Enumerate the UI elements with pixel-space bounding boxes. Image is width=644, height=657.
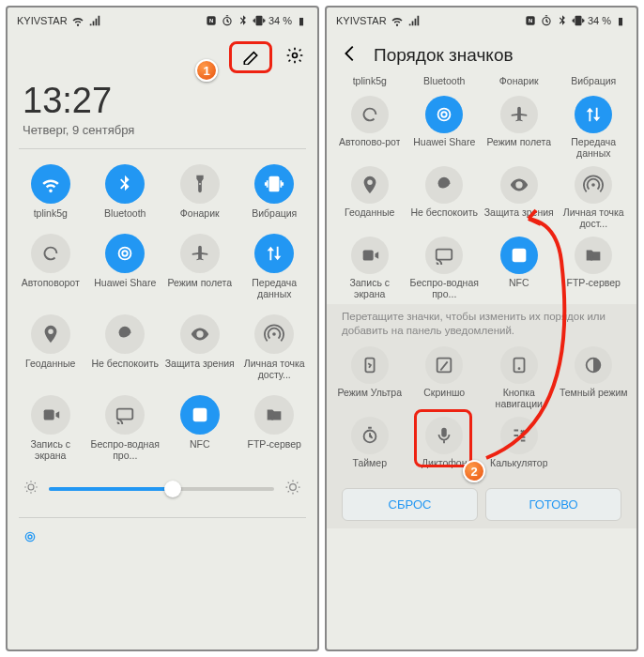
rotate-icon[interactable] xyxy=(351,96,389,133)
cast-icon[interactable] xyxy=(425,237,463,274)
location-icon[interactable] xyxy=(31,314,70,354)
tile-bluetooth[interactable]: Bluetooth xyxy=(88,159,163,224)
tile-share[interactable]: Huawei Share xyxy=(88,228,163,305)
tile-wifi[interactable]: tplink5g xyxy=(13,159,88,224)
tile-screenshot[interactable]: Скриншо xyxy=(407,344,483,412)
tile-vibrate[interactable]: Вибрация xyxy=(238,159,313,224)
nfc-status-icon xyxy=(524,14,537,27)
ftp-icon[interactable] xyxy=(575,237,612,274)
battery-label: 34 % xyxy=(268,15,292,26)
tile-rotate[interactable]: Автоповорот xyxy=(13,228,88,305)
tile-share[interactable]: Huawei Share xyxy=(407,93,483,161)
hotspot-icon[interactable] xyxy=(575,166,612,204)
location-icon[interactable] xyxy=(351,166,389,204)
share-indicator-icon[interactable] xyxy=(8,524,317,553)
tile-timer[interactable]: Таймер xyxy=(332,414,407,482)
reset-button[interactable]: СБРОС xyxy=(342,488,478,521)
alarm-status-icon xyxy=(221,14,234,27)
cast-icon[interactable] xyxy=(105,395,145,435)
hotspot-icon[interactable] xyxy=(254,314,294,354)
brightness-slider[interactable] xyxy=(49,487,274,491)
tile-rotate[interactable]: Автопово-рот xyxy=(332,93,407,161)
tile-label: Не беспокоить xyxy=(410,206,478,229)
record-icon[interactable] xyxy=(351,237,389,274)
tile-eye[interactable]: Защита зрения xyxy=(162,309,238,386)
tile-hotspot[interactable]: Личная точка досту... xyxy=(238,309,313,386)
tile-airplane[interactable]: Режим полета xyxy=(162,228,238,305)
clock-area[interactable]: 13:27 Четверг, 9 сентября xyxy=(8,77,317,139)
tile-ftp[interactable]: FTP-сервер xyxy=(238,390,313,466)
tile-location[interactable]: Геоданные xyxy=(13,309,88,386)
tile-location[interactable]: Геоданные xyxy=(332,163,407,232)
tile-record[interactable]: Запись с экрана xyxy=(13,390,88,466)
screenshot-icon[interactable] xyxy=(425,346,463,384)
tile-label-only[interactable]: Bluetooth xyxy=(407,75,483,89)
bluetooth-status-icon xyxy=(237,14,250,27)
ultra-icon[interactable] xyxy=(351,346,389,384)
timer-icon[interactable] xyxy=(351,417,389,454)
tile-dnd[interactable]: Не беспокоить xyxy=(407,163,483,232)
tile-label: Фонарик xyxy=(180,207,220,219)
dark-icon[interactable] xyxy=(575,346,612,384)
bluetooth-icon[interactable] xyxy=(105,164,145,204)
tile-cast[interactable]: Беспро-водная про... xyxy=(88,390,163,466)
tile-label: Геоданные xyxy=(345,206,394,218)
share-icon[interactable] xyxy=(105,234,145,273)
tile-label: Таймер xyxy=(352,457,387,468)
tile-label-only[interactable]: Вибрация xyxy=(557,75,632,89)
tile-label: Не беспокоить xyxy=(91,358,159,380)
tile-eye[interactable]: Защита зрения xyxy=(482,163,557,232)
tile-airplane[interactable]: Режим полета xyxy=(482,93,557,161)
dnd-icon[interactable] xyxy=(425,166,463,204)
callout-2: 2 xyxy=(463,460,485,482)
airplane-icon[interactable] xyxy=(500,96,538,133)
done-button[interactable]: ГОТОВО xyxy=(485,488,621,521)
tile-dark[interactable]: Темный режим xyxy=(557,344,632,412)
tile-label: Bluetooth xyxy=(104,207,146,219)
wifi-icon[interactable] xyxy=(31,164,70,204)
tile-flashlight[interactable]: Фонарик xyxy=(162,159,238,224)
back-icon[interactable] xyxy=(340,43,360,68)
settings-icon[interactable] xyxy=(285,46,304,69)
tile-ftp[interactable]: FTP-сервер xyxy=(557,234,632,302)
tile-hotspot[interactable]: Личная точка дост... xyxy=(557,163,632,232)
record-icon[interactable] xyxy=(31,395,70,435)
tile-record[interactable]: Запись с экрана xyxy=(332,234,407,302)
tile-label: Запись с экрана xyxy=(334,277,406,299)
edit-icon[interactable] xyxy=(241,52,260,68)
tile-nfc[interactable]: NFC xyxy=(162,390,238,466)
tile-cast[interactable]: Беспро-водная про... xyxy=(407,234,483,302)
tile-label: Калькулятор xyxy=(490,457,547,480)
eye-icon[interactable] xyxy=(180,314,220,354)
navbtn-icon[interactable] xyxy=(500,346,538,384)
tile-label: Беспро-водная про... xyxy=(409,277,481,299)
dnd-icon[interactable] xyxy=(105,314,145,354)
data-icon[interactable] xyxy=(254,234,294,273)
tile-navbtn[interactable]: Кнопка навигации xyxy=(482,344,557,412)
tile-data[interactable]: Передача данных xyxy=(238,228,313,305)
tile-ultra[interactable]: Режим Ультра xyxy=(332,344,407,412)
icon-order-grid: Автопово-ротHuawei ShareРежим полетаПере… xyxy=(327,91,636,304)
tile-label: Геоданные xyxy=(25,358,75,369)
tile-label-only[interactable]: Фонарик xyxy=(482,75,557,89)
tile-calc[interactable]: Калькулятор xyxy=(482,414,557,482)
rotate-icon[interactable] xyxy=(31,234,70,273)
tile-label: tplink5g xyxy=(34,207,68,219)
eye-icon[interactable] xyxy=(500,166,538,204)
calc-icon[interactable] xyxy=(500,417,538,454)
airplane-icon[interactable] xyxy=(180,234,220,273)
nfc-icon[interactable] xyxy=(180,395,220,435)
vibrate-icon[interactable] xyxy=(254,164,294,204)
tile-dnd[interactable]: Не беспокоить xyxy=(88,309,163,386)
flashlight-icon[interactable] xyxy=(180,164,220,204)
tile-label-only[interactable]: tplink5g xyxy=(332,75,407,89)
callout-1: 1 xyxy=(195,59,218,82)
nfc-icon[interactable] xyxy=(500,237,538,274)
divider xyxy=(19,517,306,518)
ftp-icon[interactable] xyxy=(254,395,294,435)
tile-nfc[interactable]: NFC xyxy=(482,234,557,302)
data-icon[interactable] xyxy=(575,96,612,133)
tile-data[interactable]: Передача данных xyxy=(557,93,632,161)
quick-settings-grid: tplink5gBluetoothФонарикВибрацияАвтопово… xyxy=(8,155,317,470)
share-icon[interactable] xyxy=(425,96,463,133)
